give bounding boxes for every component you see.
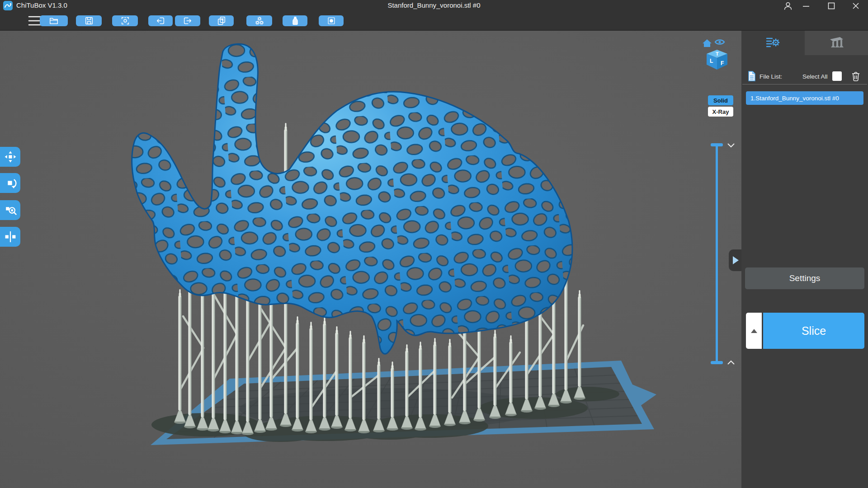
file-item-label: 1.Stanford_Bunny_voronoi.stl #0 [750,95,839,102]
file-list-label: File List: [760,73,782,80]
layer-slider-bottom-handle[interactable] [711,361,723,364]
select-all-checkbox[interactable] [832,71,842,81]
rotate-icon [4,177,17,189]
file-list-header: File List: Select All [741,70,868,84]
view-cube-icon[interactable]: T L F [707,50,727,70]
redo-button[interactable] [175,15,200,26]
mirror-button[interactable] [0,227,20,247]
redo-icon [183,16,193,26]
render-mode-xray-button[interactable]: X-Ray [708,107,733,117]
chevron-up-icon[interactable] [727,359,735,365]
chevron-down-icon[interactable] [727,142,735,147]
select-all-label: Select All [802,73,828,80]
view-navigation[interactable]: T L F [701,37,731,72]
view-cube-top-label: T [716,51,719,56]
delete-icon[interactable] [851,71,860,83]
panel-divider [742,84,867,84]
open-file-icon [49,16,59,26]
document-title: Stanford_Bunny_voronoi.stl #0 [0,1,868,9]
view-cube-front-label: F [721,60,724,66]
save-icon [84,16,94,26]
undo-icon [156,16,165,26]
resin-icon [290,16,300,26]
save-button[interactable] [76,15,102,26]
titlebar: ChiTuBox V1.3.0 Stanford_Bunny_voronoi.s… [0,0,868,11]
home-icon[interactable] [703,39,712,47]
render-mode-solid-button[interactable]: Solid [708,95,733,105]
layer-slider-track[interactable] [716,145,718,363]
rotate-button[interactable] [0,173,20,193]
settings-button[interactable]: Settings [745,267,864,289]
slice-options-button[interactable] [746,313,762,349]
tab-file-settings[interactable] [741,30,805,55]
capture-icon [120,16,130,26]
supports-icon [828,36,844,49]
file-settings-icon [765,36,781,49]
dig-hole-icon [326,16,336,26]
clone-icon [217,16,226,26]
hollow-icon [255,16,264,26]
hollow-button[interactable] [246,15,272,26]
view-cube-left-label: L [710,58,713,64]
main-toolbar [0,11,868,31]
panel-tabbar [741,30,868,55]
layer-slider-top-handle[interactable] [711,143,723,146]
mirror-icon [4,230,17,243]
capture-button[interactable] [112,15,138,26]
viewport-3d[interactable] [0,0,868,488]
file-doc-icon [748,71,756,83]
panel-expand-handle[interactable] [729,249,742,271]
resin-button[interactable] [283,15,307,26]
clone-button[interactable] [209,15,234,26]
undo-button[interactable] [148,15,173,26]
chitubox-window: ChiTuBox V1.3.0 Stanford_Bunny_voronoi.s… [0,0,868,488]
dig-hole-button[interactable] [319,15,344,26]
right-panel: File List: Select All 1.Stanford_Bunny_v… [741,30,868,488]
move-button[interactable] [0,147,20,167]
maximize-icon[interactable] [825,0,838,11]
scale-icon [4,204,17,216]
model-stanford-bunny[interactable] [132,44,572,354]
move-icon [4,150,17,163]
close-icon[interactable] [849,0,863,11]
eye-icon[interactable] [715,40,724,44]
open-file-button[interactable] [40,15,68,26]
slice-button[interactable]: Slice [763,313,864,349]
tab-supports[interactable] [805,30,868,55]
file-list-item[interactable]: 1.Stanford_Bunny_voronoi.stl #0 [746,91,863,105]
scale-button[interactable] [0,200,20,220]
account-icon[interactable] [781,0,795,11]
minimize-icon[interactable] [799,0,813,11]
